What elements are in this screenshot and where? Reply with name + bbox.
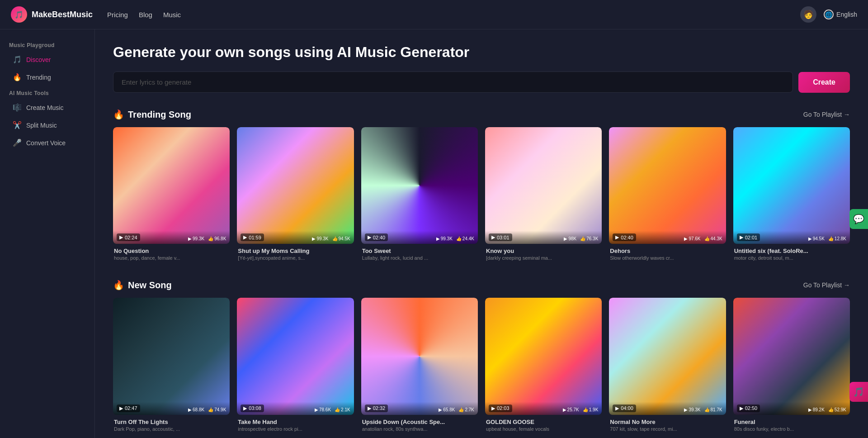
split-music-icon: ✂️ (13, 121, 22, 129)
like-count: 👍 44.3K (704, 236, 722, 241)
like-count: 👍 24.4K (456, 236, 474, 241)
like-count: 👍 1.9K (583, 407, 599, 412)
play-count: ▶ 99.3K (312, 236, 328, 241)
trending-music-grid: ▶ 02:24 ▶ 99.3K 👍 96.8K (113, 127, 850, 262)
track-name: Normal No More (610, 419, 725, 425)
user-avatar[interactable]: 🧑 (800, 6, 816, 23)
play-count: ▶ 99.3K (188, 236, 204, 241)
list-item[interactable]: ▶ 02:50 ▶ 89.2K 👍 52.9K (733, 298, 850, 432)
track-tags: Lullaby, light rock, lucid and ... (362, 255, 477, 261)
track-name: Shut up My Moms Calling (238, 248, 353, 254)
list-item[interactable]: ▶ 02:32 ▶ 65.8K 👍 2.7K (361, 298, 478, 432)
track-tags: house, pop, dance, female v... (114, 255, 229, 261)
like-count: 👍 12.8K (828, 236, 846, 241)
track-name: Funeral (734, 419, 849, 425)
sidebar-item-create-music[interactable]: 🎼 Create Music (4, 99, 91, 116)
music-icon: 🎵 (13, 55, 22, 64)
track-tags: Slow otherworldly waves cr... (610, 255, 725, 261)
search-input[interactable] (113, 71, 793, 93)
track-duration: ▶ 02:40 (613, 233, 636, 241)
nav-pricing[interactable]: Pricing (107, 11, 128, 19)
list-item[interactable]: ▶ 02:01 ▶ 94.5K 👍 12.8K (733, 127, 850, 262)
sidebar-convert-voice-label: Convert Voice (26, 139, 66, 147)
play-count: ▶ 68.8K (188, 407, 204, 412)
fire-icon-trending: 🔥 (113, 109, 124, 120)
sidebar-split-music-label: Split Music (26, 122, 57, 129)
logo-icon: 🎵 (11, 6, 27, 23)
track-duration: ▶ 02:47 (117, 405, 140, 412)
track-name: Untitled six (feat. SoloRe... (734, 248, 849, 254)
list-item[interactable]: ▶ 02:40 ▶ 99.3K 👍 24.4K (361, 127, 478, 262)
play-count: ▶ 94.5K (808, 236, 825, 241)
sidebar: Music Playgroud 🎵 Discover 🔥 Trending AI… (0, 29, 95, 438)
sidebar-item-convert-voice[interactable]: 🎤 Convert Voice (4, 134, 91, 151)
like-count: 👍 2.1K (335, 407, 350, 412)
track-duration: ▶ 02:03 (489, 405, 512, 412)
track-duration: ▶ 03:01 (489, 233, 512, 241)
like-count: 👍 81.7K (704, 407, 722, 412)
list-item[interactable]: ▶ 02:03 ▶ 25.7K 👍 1.9K (485, 298, 602, 432)
new-go-playlist[interactable]: Go To Playlist → (803, 281, 850, 289)
app-body: Music Playgroud 🎵 Discover 🔥 Trending AI… (0, 29, 868, 438)
list-item[interactable]: ▶ 04:00 ▶ 39.3K 👍 81.7K (609, 298, 726, 432)
list-item[interactable]: ▶ 01:59 ▶ 99.3K 👍 94.5K (237, 127, 354, 262)
track-name: No Question (114, 248, 229, 254)
sidebar-item-split-music[interactable]: ✂️ Split Music (4, 117, 91, 133)
play-count: ▶ 25.7K (563, 407, 579, 412)
list-item[interactable]: ▶ 02:24 ▶ 99.3K 👍 96.8K (113, 127, 230, 262)
trending-go-playlist[interactable]: Go To Playlist → (803, 111, 850, 118)
list-item[interactable]: ▶ 02:40 ▶ 97.6K 👍 44.3K (609, 127, 726, 262)
play-count: ▶ 39.3K (684, 407, 700, 412)
track-name: Take Me Hand (238, 419, 353, 425)
convert-voice-icon: 🎤 (13, 138, 22, 147)
create-music-icon: 🎼 (13, 103, 22, 112)
trending-section: 🔥 Trending Song Go To Playlist → ▶ 02:24 (113, 109, 850, 262)
track-name: Too Sweet (362, 248, 477, 254)
sidebar-item-trending[interactable]: 🔥 Trending (4, 69, 91, 86)
nav-blog[interactable]: Blog (139, 11, 152, 19)
sidebar-item-discover[interactable]: 🎵 Discover (4, 51, 91, 68)
track-tags: anatolian rock, 80s synthwa... (362, 426, 477, 432)
track-tags: 707 kit, slow, tape record, mi... (610, 426, 725, 432)
track-name: Dehors (610, 248, 725, 254)
track-duration: ▶ 04:00 (613, 405, 636, 412)
float-chat-button[interactable]: 💬 (849, 209, 868, 229)
play-count: ▶ 65.8K (439, 407, 455, 412)
nav-music[interactable]: Music (163, 11, 181, 19)
create-button[interactable]: Create (798, 72, 850, 93)
logo-text: MakeBestMusic (32, 10, 93, 19)
track-tags: Dark Pop, piano, accoustic, ... (114, 426, 229, 432)
sidebar-trending-label: Trending (26, 74, 51, 81)
track-tags: [darkly creeping seminal ma... (486, 255, 601, 261)
header-right: 🧑 🌐 English (800, 6, 857, 23)
header-nav: Pricing Blog Music (107, 11, 181, 19)
list-item[interactable]: ▶ 02:47 ▶ 68.8K 👍 74.9K (113, 298, 230, 432)
track-duration: ▶ 02:32 (365, 405, 388, 412)
track-tags: motor city, detroit soul, m... (734, 255, 849, 261)
track-duration: ▶ 02:24 (117, 233, 140, 241)
list-item[interactable]: ▶ 03:08 ▶ 78.6K 👍 2.1K (237, 298, 354, 432)
play-count: ▶ 98K (564, 236, 576, 241)
fire-icon-new: 🔥 (113, 280, 124, 290)
language-selector[interactable]: 🌐 English (824, 10, 857, 19)
like-count: 👍 94.5K (332, 236, 350, 241)
float-music-button[interactable]: 🎵 (849, 382, 868, 402)
new-music-grid: ▶ 02:47 ▶ 68.8K 👍 74.9K (113, 298, 850, 432)
page-title: Generate your own songs using AI Music G… (113, 44, 850, 61)
sidebar-create-music-label: Create Music (26, 104, 63, 111)
play-count: ▶ 97.6K (684, 236, 700, 241)
lang-label: English (836, 11, 857, 18)
new-section-header: 🔥 New Song Go To Playlist → (113, 280, 850, 290)
sidebar-discover-label: Discover (26, 56, 51, 63)
main-content: Generate your own songs using AI Music G… (95, 29, 868, 438)
like-count: 👍 74.9K (208, 407, 226, 412)
like-count: 👍 52.9K (828, 407, 846, 412)
logo[interactable]: 🎵 MakeBestMusic (11, 6, 93, 23)
trending-section-header: 🔥 Trending Song Go To Playlist → (113, 109, 850, 120)
list-item[interactable]: ▶ 03:01 ▶ 98K 👍 76.3K (485, 127, 602, 262)
track-name: GOLDEN GOOSE (486, 419, 601, 425)
like-count: 👍 76.3K (580, 236, 598, 241)
new-section: 🔥 New Song Go To Playlist → ▶ 02:47 (113, 280, 850, 432)
track-duration: ▶ 02:01 (737, 233, 760, 241)
sidebar-section-playground: Music Playgroud (0, 38, 94, 50)
